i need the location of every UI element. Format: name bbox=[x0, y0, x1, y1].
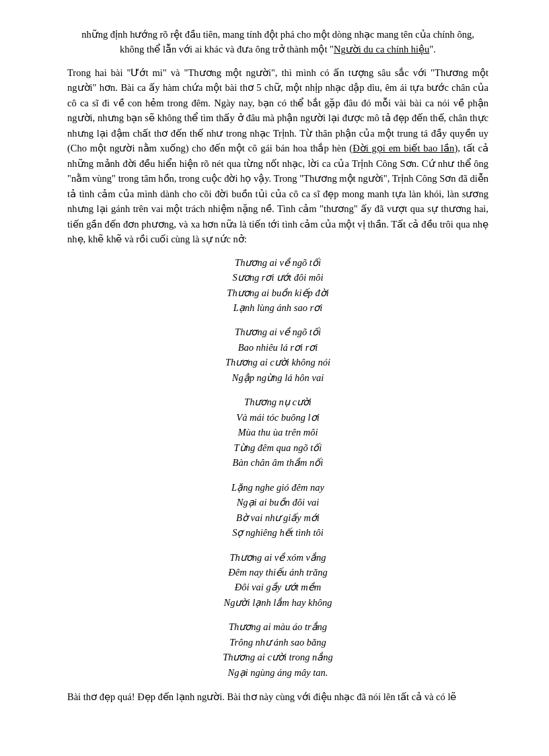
poem-line: Ngại ai buồn đôi vai bbox=[67, 495, 488, 510]
stanza-4: Lặng nghe gió đêm nay Ngại ai buồn đôi v… bbox=[67, 480, 488, 541]
poem-line: Ngại ngùng áng mây tan. bbox=[67, 665, 488, 680]
poem-line: Ngập ngừng lá hôn vai bbox=[67, 370, 488, 385]
poem-line: Mùa thu ùa trên môi bbox=[67, 425, 488, 440]
poem-line: Thương ai cười trong nắng bbox=[67, 650, 488, 664]
poem-line: Lặng nghe gió đêm nay bbox=[67, 480, 488, 495]
main-paragraph: Trong hai bài "Ướt mi" và "Thương một ng… bbox=[67, 65, 488, 247]
poem-block: Thương ai về ngõ tối Sương rơi ướt đôi m… bbox=[67, 255, 488, 681]
poem-line: Bờ vai như giấy mới bbox=[67, 510, 488, 525]
poem-line: Đôi vai gầy ướt mềm bbox=[67, 580, 488, 594]
intro-lines: những định hướng rõ rệt đầu tiên, mang t… bbox=[67, 27, 488, 57]
poem-line: Bàn chân âm thầm nối bbox=[67, 455, 488, 470]
poem-line: Sợ nghiêng hết tình tôi bbox=[67, 525, 488, 540]
closing-paragraph: Bài thơ đẹp quá! Đẹp đến lạnh người. Bài… bbox=[67, 689, 488, 704]
stanza-3: Thương nụ cười Và mái tóc buông lơi Mùa … bbox=[67, 394, 488, 470]
poem-line: Trông như ánh sao băng bbox=[67, 635, 488, 650]
stanza-2: Thương ai về ngõ tối Bao nhiêu lá rơi rơ… bbox=[67, 324, 488, 385]
intro-line-2: không thể lẫn với ai khác và đưa ông trở… bbox=[120, 44, 436, 55]
poem-line: Và mái tóc buông lơi bbox=[67, 410, 488, 425]
underline-doi-goi: Đời gọi em biết bao lần bbox=[353, 143, 454, 153]
poem-line: Người lạnh lắm hay không bbox=[67, 595, 488, 610]
poem-line: Sương rơi ướt đôi môi bbox=[67, 270, 488, 285]
poem-line: Đêm nay thiếu ánh trăng bbox=[67, 565, 488, 580]
poem-line: Thương nụ cười bbox=[67, 394, 488, 409]
stanza-1: Thương ai về ngõ tối Sương rơi ướt đôi m… bbox=[67, 255, 488, 316]
stanza-6: Thương ai màu áo trắng Trông như ánh sao… bbox=[67, 619, 488, 680]
poem-line: Bao nhiêu lá rơi rơi bbox=[67, 340, 488, 355]
stanza-5: Thương ai về xóm vắng Đêm nay thiếu ánh … bbox=[67, 550, 488, 611]
poem-line: Từng đêm qua ngõ tối bbox=[67, 440, 488, 455]
poem-line: Thương ai buồn kiếp đời bbox=[67, 285, 488, 300]
poem-line: Thương ai về ngõ tối bbox=[67, 255, 488, 270]
poem-line: Thương ai về ngõ tối bbox=[67, 324, 488, 339]
page: những định hướng rõ rệt đầu tiên, mang t… bbox=[0, 0, 549, 756]
intro-line-1: những định hướng rõ rệt đầu tiên, mang t… bbox=[81, 29, 474, 40]
poem-line: Thương ai về xóm vắng bbox=[67, 550, 488, 565]
closing-text: Bài thơ đẹp quá! Đẹp đến lạnh người. Bài… bbox=[67, 691, 456, 702]
poem-line: Thương ai cười không nói bbox=[67, 355, 488, 370]
poem-line: Thương ai màu áo trắng bbox=[67, 619, 488, 634]
poem-line: Lạnh lùng ánh sao rơi bbox=[67, 300, 488, 315]
underline-chinh-hieu: Người du ca chính hiệu bbox=[334, 44, 429, 55]
